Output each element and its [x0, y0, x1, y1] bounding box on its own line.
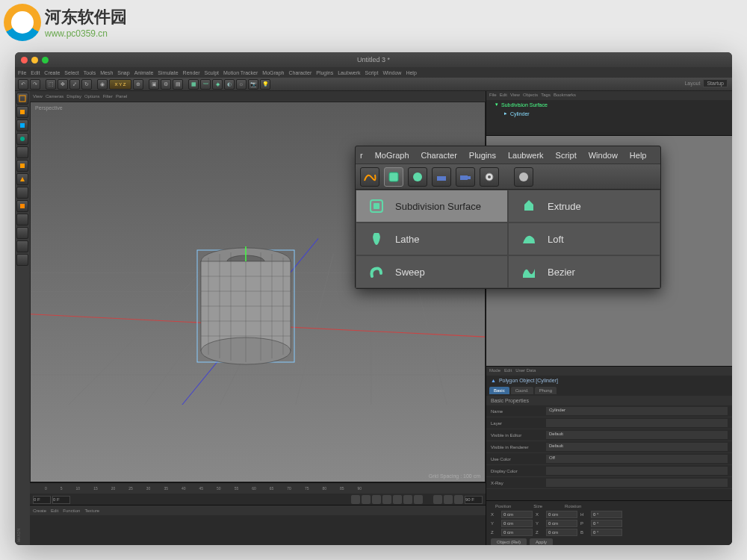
- attr-menu-mode[interactable]: Mode: [489, 368, 500, 374]
- coord-pos-y[interactable]: [501, 520, 533, 527]
- undo-button[interactable]: ↶: [18, 79, 28, 90]
- coords-mode-button[interactable]: Object (Rel): [491, 538, 527, 545]
- objects-menu-edit[interactable]: Edit: [500, 93, 507, 99]
- viewport-menu-panel[interactable]: Panel: [116, 94, 127, 99]
- popup-light-tool[interactable]: [480, 167, 499, 187]
- popup-menu-character[interactable]: Character: [421, 151, 457, 160]
- objects-menu-tags[interactable]: Tags: [541, 93, 551, 99]
- picture-viewer-button[interactable]: ▤: [173, 79, 183, 90]
- menu-character[interactable]: Character: [289, 70, 312, 75]
- expand-icon[interactable]: ▾: [495, 102, 498, 108]
- environment-tool[interactable]: ☼: [236, 79, 247, 90]
- coord-size-y[interactable]: [546, 520, 577, 527]
- redo-button[interactable]: ↷: [30, 79, 40, 90]
- menu-tools[interactable]: Tools: [84, 70, 96, 75]
- model-mode-tool[interactable]: [16, 106, 28, 118]
- materials-function[interactable]: Function: [63, 508, 80, 513]
- materials-create[interactable]: Create: [33, 508, 46, 513]
- camera-tool[interactable]: 📷: [248, 79, 258, 90]
- timeline-goto-start[interactable]: [351, 495, 360, 504]
- menu-create[interactable]: Create: [44, 70, 60, 75]
- objects-menu-bookmarks[interactable]: Bookmarks: [554, 93, 576, 99]
- menu-sculpt[interactable]: Sculpt: [205, 70, 219, 75]
- menu-window[interactable]: Window: [382, 70, 401, 75]
- menu-plugins[interactable]: Plugins: [316, 70, 333, 75]
- menu-snap[interactable]: Snap: [117, 70, 129, 75]
- popup-extra-tool[interactable]: [514, 167, 533, 187]
- attr-display-color[interactable]: [546, 467, 728, 475]
- attr-name-input[interactable]: Cylinder: [546, 407, 728, 415]
- popup-menu-plugins[interactable]: Plugins: [469, 151, 496, 160]
- make-editable-tool[interactable]: [16, 93, 28, 105]
- menu-motion-tracker[interactable]: Motion Tracker: [223, 70, 258, 75]
- timeline-prev-key[interactable]: [362, 495, 371, 504]
- rotate-tool[interactable]: ↻: [81, 79, 92, 90]
- attr-layer-input[interactable]: [546, 419, 728, 427]
- move-tool[interactable]: ✥: [58, 79, 68, 90]
- render-view-button[interactable]: ▣: [149, 79, 159, 90]
- attr-tab-coord[interactable]: Coord.: [511, 387, 533, 394]
- attr-xray[interactable]: [546, 479, 728, 487]
- popup-item-bezier[interactable]: Bezier: [508, 255, 660, 288]
- timeline-end-input[interactable]: [465, 496, 483, 504]
- attr-menu-userdata[interactable]: User Data: [515, 368, 536, 374]
- maximize-window-button[interactable]: [42, 57, 49, 63]
- locked-workplane-tool[interactable]: [16, 240, 28, 252]
- planar-workplane-tool[interactable]: [16, 254, 28, 266]
- popup-generator-tool[interactable]: [384, 167, 403, 187]
- menu-animate[interactable]: Animate: [134, 70, 154, 75]
- viewport-menu-display[interactable]: Display: [66, 94, 81, 99]
- materials-texture[interactable]: Texture: [84, 508, 99, 513]
- popup-menu-window[interactable]: Window: [589, 151, 618, 160]
- coord-rot-b[interactable]: [591, 529, 622, 536]
- popup-menu-mograph[interactable]: MoGraph: [375, 151, 409, 160]
- coord-size-z[interactable]: [546, 529, 577, 536]
- generator-tool[interactable]: ◈: [212, 79, 223, 90]
- menu-laubwerk[interactable]: Laubwerk: [338, 70, 360, 75]
- objects-menu-file[interactable]: File: [489, 93, 497, 99]
- timeline-keyframe-sel[interactable]: [454, 495, 463, 504]
- menu-file[interactable]: File: [18, 70, 26, 75]
- timeline-current-input[interactable]: [52, 496, 70, 504]
- workplane-tool[interactable]: [16, 133, 28, 145]
- objects-menu-objects[interactable]: Objects: [523, 93, 538, 99]
- popup-environment-tool[interactable]: [432, 167, 451, 187]
- popup-item-lathe[interactable]: Lathe: [356, 223, 508, 255]
- close-window-button[interactable]: [21, 57, 28, 63]
- coord-pos-x[interactable]: [501, 511, 533, 518]
- materials-edit[interactable]: Edit: [51, 508, 58, 513]
- timeline-next-frame[interactable]: [393, 495, 402, 504]
- timeline-goto-end[interactable]: [414, 495, 423, 504]
- timeline-record[interactable]: [433, 495, 442, 504]
- edges-mode-tool[interactable]: [16, 160, 28, 172]
- attr-tab-basic[interactable]: Basic: [489, 387, 509, 394]
- layout-dropdown[interactable]: Startup: [703, 79, 728, 87]
- texture-mode-tool[interactable]: [16, 119, 28, 131]
- primitive-tool[interactable]: ▦: [188, 79, 199, 90]
- axis-tool[interactable]: [16, 187, 28, 199]
- timeline-start-input[interactable]: [33, 496, 51, 504]
- menu-mograph[interactable]: MoGraph: [262, 70, 284, 75]
- coords-apply-button[interactable]: Apply: [530, 538, 553, 545]
- timeline-play[interactable]: [382, 495, 391, 504]
- viewport-menu-options[interactable]: Options: [84, 94, 100, 99]
- menu-help[interactable]: Help: [406, 70, 416, 75]
- coord-pos-z[interactable]: [501, 529, 533, 536]
- menu-render[interactable]: Render: [183, 70, 200, 75]
- object-tree-item[interactable]: ▸ Cylinder: [486, 109, 732, 118]
- object-tree-item[interactable]: ▾ Subdivision Surface: [486, 100, 732, 109]
- popup-item-sweep[interactable]: Sweep: [356, 255, 508, 288]
- menu-mesh[interactable]: Mesh: [100, 70, 113, 75]
- spline-tool[interactable]: 〰: [200, 79, 211, 90]
- popup-spline-tool[interactable]: [360, 167, 379, 187]
- viewport-menu-cameras[interactable]: Cameras: [46, 94, 63, 99]
- popup-menu-laubwerk[interactable]: Laubwerk: [508, 151, 544, 160]
- coord-system[interactable]: ⊕: [133, 79, 143, 90]
- menu-simulate[interactable]: Simulate: [158, 70, 178, 75]
- popup-camera-tool[interactable]: [456, 167, 475, 187]
- attr-visible-renderer[interactable]: Default: [546, 443, 728, 451]
- coord-size-x[interactable]: [546, 511, 577, 518]
- popup-deformer-tool[interactable]: [408, 167, 427, 187]
- minimize-window-button[interactable]: [31, 57, 38, 63]
- snap-settings-tool[interactable]: [16, 214, 28, 225]
